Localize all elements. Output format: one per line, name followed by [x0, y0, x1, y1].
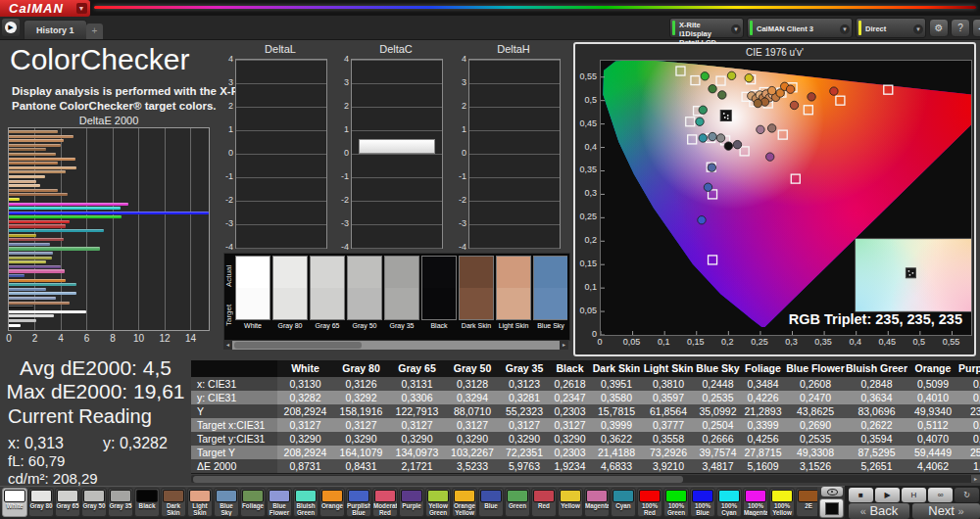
table-row: Y208,2924158,1916122,791388,071055,23230…	[191, 404, 980, 418]
cie-chart-title: CIE 1976 u'v'	[575, 47, 974, 58]
collapse-button[interactable]: ◀	[972, 19, 980, 37]
pattern-swatch-button[interactable]: 2E	[796, 488, 817, 517]
pattern-swatch-button[interactable]: Foliage	[240, 488, 266, 517]
pattern-swatch-button[interactable]: 100% Cyan	[716, 488, 742, 517]
pattern-swatch-button[interactable]: Orange	[319, 488, 345, 517]
display-control-button[interactable]: Direct Display Control ▼	[856, 18, 926, 38]
pattern-swatch-button[interactable]: 100% Green	[663, 488, 689, 517]
pattern-swatch-button[interactable]: 100% Red	[637, 488, 662, 517]
pattern-swatch-button[interactable]: 100% Yellow	[769, 488, 795, 517]
deltae-bar	[9, 257, 52, 260]
deltae-bar	[9, 297, 56, 300]
black-square-icon	[825, 502, 839, 515]
pattern-swatch-button[interactable]: Gray 65	[55, 488, 80, 517]
pattern-window-button[interactable]	[819, 498, 844, 518]
pattern-swatch-button[interactable]: Gray 80	[28, 488, 54, 517]
table-row: x: CIE310,31300,31260,31310,31280,31230,…	[191, 377, 980, 391]
table-cell: 87,5295	[846, 446, 907, 459]
preview-button[interactable]	[821, 487, 843, 496]
scroll-right-icon[interactable]: ▸	[971, 475, 980, 483]
settings-button[interactable]: ⚙	[929, 19, 949, 37]
tab-add-button[interactable]: +	[86, 24, 103, 39]
loop-button[interactable]: ∞	[928, 488, 953, 502]
table-cell: 4,6833	[591, 459, 642, 473]
pattern-swatch-button[interactable]: Orange Yellow	[452, 488, 477, 517]
play-button[interactable]: ▶	[875, 488, 900, 502]
pattern-swatch-button[interactable]: 100% Magenta	[743, 488, 768, 517]
column-header: Bluish Green	[846, 360, 907, 377]
cie-measured-point	[767, 124, 775, 132]
deltae-bar	[9, 247, 100, 250]
pattern-swatch-button[interactable]: Gray 50	[81, 488, 107, 517]
pattern-swatch-button[interactable]: Purple	[399, 488, 424, 517]
pattern-swatch-button[interactable]: Blue Sky	[214, 488, 239, 517]
table-cell: 0,2470	[785, 391, 846, 404]
pattern-swatch-button[interactable]: Moderate Red	[372, 488, 398, 517]
back-button[interactable]: « Back	[849, 503, 909, 519]
pattern-swatch-button[interactable]: Yellow Green	[425, 488, 451, 517]
actual-swatch	[422, 257, 456, 288]
table-cell: 208,2924	[277, 404, 333, 418]
pattern-swatch-button[interactable]: Blue Flower	[267, 488, 292, 517]
infinity-icon: ∞	[938, 491, 944, 499]
hold-button[interactable]: H	[902, 488, 926, 502]
column-header: Light Skin	[642, 360, 695, 377]
pattern-swatch-button[interactable]: Red	[531, 488, 557, 517]
pattern-swatch-button[interactable]: Light Skin	[187, 488, 213, 517]
stop-button[interactable]: ■	[849, 488, 873, 502]
target-swatch	[422, 288, 456, 319]
app-logo[interactable]: CalMAN ▼	[0, 0, 90, 17]
cie-measured-point	[709, 85, 716, 93]
pattern-swatch-button[interactable]: Gray 35	[108, 488, 133, 517]
tab-history-1[interactable]: History 1	[24, 20, 87, 39]
table-cell: 0,3622	[591, 432, 642, 446]
table-cell: 27,8715	[741, 446, 785, 459]
table-cell: 0,3290	[333, 432, 389, 446]
pattern-generator-button[interactable]: CalMAN Client 3 Pattern Generator ▼	[747, 18, 853, 38]
target-swatch	[385, 288, 418, 319]
scrollbar-thumb[interactable]	[234, 342, 362, 349]
session-nav-button[interactable]: ▶	[2, 19, 20, 36]
pattern-swatch-button[interactable]: Dark Skin	[161, 488, 186, 517]
actual-swatch	[311, 257, 344, 288]
meter-select-button[interactable]: X-Rite i1Display Retail LCD (LED) ▼	[669, 18, 744, 38]
cie-1976-chart	[600, 60, 972, 336]
pattern-swatch-button[interactable]: Black	[134, 488, 160, 517]
pattern-swatch-button[interactable]: Magenta	[584, 488, 610, 517]
table-cell: 0,1930	[958, 432, 980, 446]
pattern-swatch-button[interactable]: Green	[505, 488, 530, 517]
pattern-swatch-button[interactable]: Yellow	[558, 488, 583, 517]
table-cell: 0,2303	[549, 404, 591, 418]
table-cell: 0,8431	[333, 459, 389, 473]
refresh-button[interactable]: ↻	[955, 488, 979, 502]
pattern-swatch-button[interactable]: Cyan	[611, 488, 636, 517]
patch-strip-scrollbar[interactable]: ◂ ▸	[223, 341, 568, 350]
pattern-swatch-button[interactable]: 100% Blue	[690, 488, 715, 517]
target-swatch	[348, 288, 381, 319]
status-indicator	[750, 21, 753, 35]
pattern-swatch-button[interactable]: Purplish Blue	[346, 488, 371, 517]
table-cell: 88,0710	[445, 404, 500, 418]
help-button[interactable]: ?	[951, 19, 970, 37]
table-cell: 0,3777	[642, 418, 695, 432]
pattern-swatch-button[interactable]: Blue	[478, 488, 504, 517]
next-button[interactable]: Next »	[912, 503, 980, 519]
scroll-left-icon[interactable]: ◂	[223, 341, 232, 350]
deltae-bar	[9, 292, 76, 295]
table-cell: 208,2924	[277, 446, 333, 459]
table-row: y: CIE310,32820,32920,33060,32940,32810,…	[191, 391, 980, 404]
deltae-2000-chart	[8, 127, 210, 331]
logo-dropdown-icon[interactable]: ▼	[76, 3, 87, 14]
row-label: x: CIE31	[191, 377, 277, 391]
pattern-swatch-button[interactable]: White	[2, 488, 27, 517]
scrollbar-thumb[interactable]	[193, 476, 683, 483]
swatch-label: Dark Skin	[459, 320, 494, 332]
table-scrollbar[interactable]: ▸	[191, 475, 980, 483]
current-reading-heading: Current Reading	[8, 405, 152, 428]
pattern-swatch-button[interactable]: Bluish Green	[293, 488, 318, 517]
target-swatch	[460, 288, 493, 319]
cie-measured-point	[754, 99, 761, 107]
scroll-right-icon[interactable]: ▸	[560, 341, 568, 350]
swatch-label: Gray 50	[347, 320, 382, 332]
table-cell: 0,3292	[333, 391, 389, 404]
